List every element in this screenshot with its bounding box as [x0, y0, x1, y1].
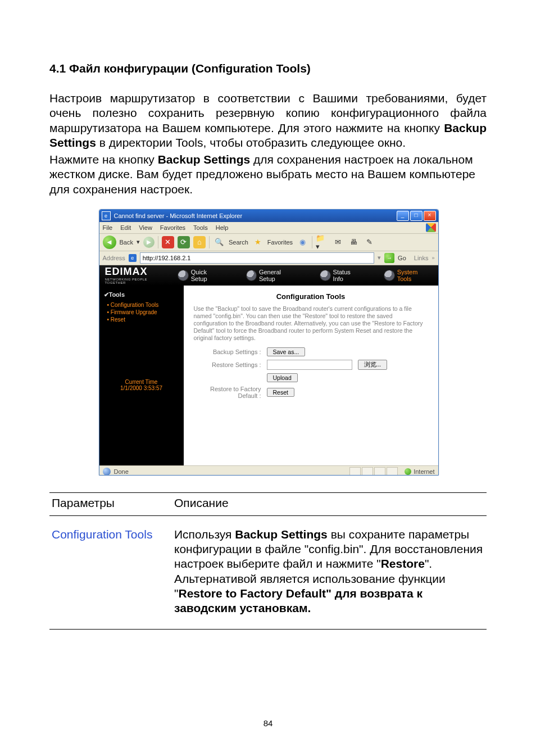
windows-logo-icon — [426, 223, 436, 232]
param-desc: Используя Backup Settings вы сохраните п… — [172, 515, 487, 630]
parameters-table: Параметры Описание Configuration Tools И… — [49, 492, 487, 630]
links-label[interactable]: Links — [414, 255, 429, 261]
search-icon[interactable]: 🔍 — [213, 236, 225, 248]
forward-icon[interactable]: ► — [143, 237, 155, 248]
address-label: Address — [103, 255, 125, 261]
globe-icon — [320, 270, 330, 281]
para-2: Нажмите на кнопку Backup Settings для со… — [49, 152, 487, 197]
globe-icon — [178, 270, 188, 281]
page-icon: e — [129, 254, 137, 262]
restore-label: Restore Settings : — [194, 361, 261, 368]
th-description: Описание — [172, 492, 487, 515]
folder-icon[interactable]: 📁▾ — [316, 236, 328, 248]
sidebar-item-reset[interactable]: • Reset — [107, 316, 179, 323]
home-icon[interactable]: ⌂ — [193, 236, 206, 248]
section-heading: 4.1 Файл конфигурации (Configuration Too… — [49, 62, 487, 75]
favorites-label[interactable]: Favorites — [267, 239, 293, 246]
favorites-icon[interactable]: ★ — [252, 236, 264, 248]
current-time-label: Current Time — [104, 379, 179, 385]
sidebar-section-tools[interactable]: ✔Tools — [104, 291, 179, 298]
status-bar: Done Internet — [99, 465, 438, 476]
param-name: Configuration Tools — [49, 515, 172, 630]
browse-button[interactable]: 浏览... — [358, 360, 388, 370]
page-title: Configuration Tools — [194, 292, 428, 301]
brand-tagline: NETWORKING PEOPLE TOGETHER — [105, 278, 168, 284]
window-titlebar: e Cannot find server - Microsoft Interne… — [99, 210, 438, 222]
para-1a: Настроив маршрутизатор в соответствии с … — [49, 92, 487, 134]
status-zone: Internet — [414, 468, 434, 475]
media-icon[interactable]: ◉ — [296, 236, 308, 248]
status-panes — [349, 467, 398, 476]
back-label[interactable]: Back — [120, 239, 133, 246]
menu-edit[interactable]: Edit — [120, 224, 131, 231]
embedded-screenshot: e Cannot find server - Microsoft Interne… — [99, 209, 438, 476]
address-input[interactable] — [140, 252, 374, 264]
globe-icon — [246, 270, 257, 281]
stop-icon[interactable]: ✕ — [162, 236, 174, 248]
main-content: Configuration Tools Use the "Backup" too… — [184, 286, 438, 465]
edit-icon[interactable]: ✎ — [363, 236, 375, 248]
tab-general-setup[interactable]: General Setup — [246, 269, 298, 282]
close-button[interactable]: × — [424, 211, 436, 221]
para-2b: Backup Settings — [158, 153, 251, 166]
menu-view[interactable]: View — [139, 224, 152, 231]
brand-logo: EDIMAX — [105, 266, 168, 278]
backup-label: Backup Settings : — [194, 348, 261, 355]
sidebar-item-config-tools[interactable]: • Configuration Tools — [107, 302, 179, 308]
refresh-icon[interactable]: ⟳ — [178, 236, 190, 248]
minimize-button[interactable]: _ — [397, 211, 409, 221]
go-button[interactable]: → — [384, 253, 394, 263]
page-number: 84 — [0, 718, 536, 728]
done-icon — [103, 468, 111, 476]
save-as-button[interactable]: Save as... — [267, 347, 306, 356]
globe-icon — [384, 270, 394, 281]
menu-favorites[interactable]: Favorites — [160, 224, 185, 231]
upload-button[interactable]: Upload — [267, 373, 298, 382]
sidebar: ✔Tools • Configuration Tools • Firmware … — [99, 286, 184, 465]
restore-file-input[interactable] — [267, 360, 352, 370]
para-2a: Нажмите на кнопку — [49, 153, 158, 166]
sidebar-item-firmware[interactable]: • Firmware Upgrade — [107, 309, 179, 315]
back-icon[interactable]: ◄ — [103, 236, 116, 249]
tab-quick-setup[interactable]: Quick Setup — [178, 269, 223, 282]
tab-system-tools[interactable]: System Tools — [384, 269, 432, 282]
print-icon[interactable]: 🖶 — [347, 236, 360, 248]
menu-tools[interactable]: Tools — [193, 224, 208, 231]
search-label[interactable]: Search — [229, 239, 248, 246]
window-title: Cannot find server - Microsoft Internet … — [114, 212, 397, 219]
internet-zone-icon — [405, 468, 411, 475]
maximize-button[interactable]: □ — [410, 211, 423, 221]
status-done: Done — [114, 468, 129, 475]
router-header: EDIMAX NETWORKING PEOPLE TOGETHER Quick … — [99, 265, 438, 286]
reset-button[interactable]: Reset — [267, 388, 294, 397]
go-label[interactable]: Go — [398, 255, 406, 261]
factory-default-label: Restore to Factory Default : — [194, 386, 261, 399]
menu-bar: File Edit View Favorites Tools Help — [99, 222, 438, 234]
toolbar: ◄ Back ▾ ► ✕ ⟳ ⌂ 🔍 Search ★ Favorites ◉ … — [99, 234, 438, 251]
menu-file[interactable]: File — [103, 224, 113, 231]
para-1c: в директории Tools, чтобы отобразить сле… — [96, 136, 406, 149]
page-description: Use the "Backup" tool to save the Broadb… — [194, 305, 428, 342]
para-1: Настроив маршрутизатор в соответствии с … — [49, 91, 487, 150]
tab-status-info[interactable]: Status Info — [320, 269, 361, 282]
current-time-value: 1/1/2000 3:53:57 — [104, 385, 179, 391]
th-parameters: Параметры — [49, 492, 172, 515]
mail-icon[interactable]: ✉ — [331, 236, 344, 248]
address-bar: Address e ▾ → Go Links » — [99, 251, 438, 265]
ie-icon: e — [102, 211, 111, 220]
menu-help[interactable]: Help — [216, 224, 229, 231]
